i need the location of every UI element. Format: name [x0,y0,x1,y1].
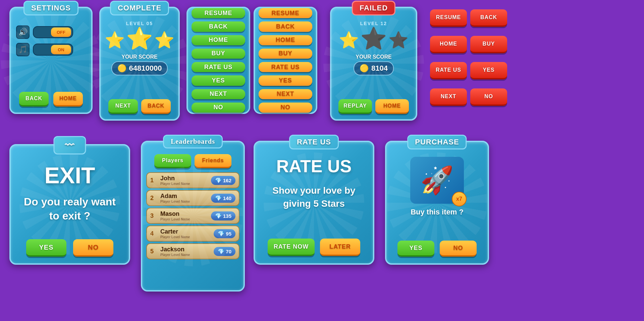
orange-home-button[interactable]: HOME [259,35,312,45]
orange-next-button[interactable]: NEXT [259,89,312,99]
purchase-buttons: YES NO [397,241,477,257]
sound-toggle[interactable]: OFF [33,26,73,38]
failed-buttons: REPLAY HOME [338,99,409,114]
failed-replay-button[interactable]: REPLAY [338,99,372,114]
lb-name-main-1: John [160,175,208,182]
red-buttons-panel: RESUME BACK HOME BUY RATE US YES NEXT NO [427,7,508,114]
rate-now-button[interactable]: RATE NOW [268,239,315,256]
music-toggle[interactable]: ON [33,44,73,56]
orange-yes-button[interactable]: YES [259,75,312,85]
red-no-button[interactable]: NO [470,88,507,106]
orange-button-grid: RESUME BACK HOME BUY RATE US YES NEXT NO [254,7,317,114]
purchase-message: Buy this item ? [392,208,482,216]
lb-rank-1: 1 [150,177,158,184]
green-no-button[interactable]: NO [192,103,245,113]
green-yes-button[interactable]: YES [192,75,245,85]
green-home-button[interactable]: HOME [192,35,245,45]
green-back-button[interactable]: BACK [192,21,245,31]
failed-stars: ⭐ ⭐ ⭐ [331,29,416,51]
leaderboards-title: Leaderboards [171,138,215,145]
failed-star-1: ⭐ [339,31,359,50]
complete-back-button[interactable]: BACK [141,99,171,114]
rateus-banner: RATE US [289,135,339,149]
lb-name-sub-3: Player Level Name [160,217,208,221]
purchase-panel: PURCHASE 🚀 x7 Buy this item ? YES NO [385,141,489,265]
settings-buttons: BACK HOME [19,92,83,107]
gem-icon-4: 💎 [218,231,224,237]
lb-name-main-2: Adam [160,193,208,200]
settings-back-button[interactable]: BACK [19,92,49,107]
orange-resume-button[interactable]: RESUME [259,8,312,18]
rateus-message: Show your love by giving 5 Stars [260,184,368,210]
leaderboards-tabs: Players Friends [142,154,244,168]
coin-icon: 🟡 [117,64,126,73]
star-3: ⭐ [154,31,174,50]
red-back-button[interactable]: BACK [470,9,507,27]
settings-home-button[interactable]: HOME [53,92,83,107]
purchase-yes-button[interactable]: YES [397,241,434,257]
lb-name-main-3: Mason [160,210,208,217]
settings-title: SETTINGS [31,4,71,12]
failed-panel: FAILED LEVEL 12 ⭐ ⭐ ⭐ YOUR SCORE 🟡 8104 … [330,7,417,121]
purchase-no-button[interactable]: NO [440,241,477,257]
green-rateus-button[interactable]: RATE US [192,62,245,72]
lb-score-4: 💎 95 [214,229,235,238]
exit-title: EXIT [11,162,129,188]
settings-panel: SETTINGS 🔊 OFF 🎵 ON BACK HOME [9,7,93,114]
red-buy-button[interactable]: BUY [470,36,507,53]
orange-back-button[interactable]: BACK [259,21,312,31]
complete-buttons: NEXT BACK [108,99,171,114]
exit-yes-button[interactable]: YES [26,239,66,257]
red-resume-button[interactable]: RESUME [430,9,467,27]
gem-icon-3: 💎 [215,213,222,219]
orange-buy-button[interactable]: BUY [259,49,312,59]
leaderboard-row-2: 2 Adam Player Level Name 💎 140 [146,190,239,206]
red-rateus-button[interactable]: RATE US [430,62,467,79]
purchase-title: PURCHASE [415,138,459,146]
leaderboards-banner: Leaderboards [163,135,223,148]
lb-score-1: 💎 162 [211,176,235,185]
lb-score-5: 💎 70 [214,247,235,256]
red-yes-button[interactable]: YES [470,62,507,79]
green-button-grid: RESUME BACK HOME BUY RATE US YES NEXT NO [186,7,250,114]
failed-level: LEVEL 12 [331,21,416,26]
sound-row: 🔊 OFF [16,25,86,39]
failed-star-2: ⭐ [360,26,387,51]
music-row: 🎵 ON [16,43,86,56]
lb-name-main-4: Carter [160,228,211,235]
complete-score-value: 🟡 64810000 [111,61,168,75]
lb-rank-3: 3 [150,212,158,219]
green-resume-button[interactable]: RESUME [192,8,245,18]
lb-name-sub-1: Player Level Name [160,182,208,186]
lb-name-5: Jackson Player Level Name [160,246,211,257]
lb-name-1: John Player Level Name [160,175,208,186]
rateus-title: RATE US [297,138,331,146]
lb-rank-5: 5 [150,248,158,255]
orange-no-button[interactable]: NO [259,103,312,113]
rate-later-button[interactable]: LATER [320,239,360,256]
lb-name-2: Adam Player Level Name [160,193,208,203]
green-buy-button[interactable]: BUY [192,49,245,59]
complete-next-button[interactable]: NEXT [108,99,138,114]
music-toggle-value: ON [51,45,71,54]
gem-icon-5: 💎 [218,248,224,255]
exit-message: Do you realy want to exit ? [17,195,122,223]
tab-friends[interactable]: Friends [195,154,231,168]
green-next-button[interactable]: NEXT [192,89,245,99]
tab-players[interactable]: Players [154,154,191,168]
lb-name-3: Mason Player Level Name [160,210,208,221]
gem-icon-2: 💎 [215,195,222,201]
leaderboard-row-1: 1 John Player Level Name 💎 162 [146,172,239,188]
leaderboards-panel: Leaderboards Players Friends 1 John Play… [141,141,245,292]
exit-no-button[interactable]: NO [73,239,113,257]
orange-rateus-button[interactable]: RATE US [259,62,312,72]
lb-rank-4: 4 [150,230,158,237]
leaderboard-row-3: 3 Mason Player Level Name 💎 135 [146,208,239,224]
settings-banner: SETTINGS [23,1,78,15]
lb-score-2: 💎 140 [211,194,235,203]
red-next-button[interactable]: NEXT [430,88,467,106]
red-home-button[interactable]: HOME [430,36,467,53]
leaderboard-row-4: 4 Carter Player Level Name 💎 95 [146,226,239,242]
lb-name-sub-5: Player Level Name [160,253,211,257]
failed-home-button[interactable]: HOME [375,99,409,114]
